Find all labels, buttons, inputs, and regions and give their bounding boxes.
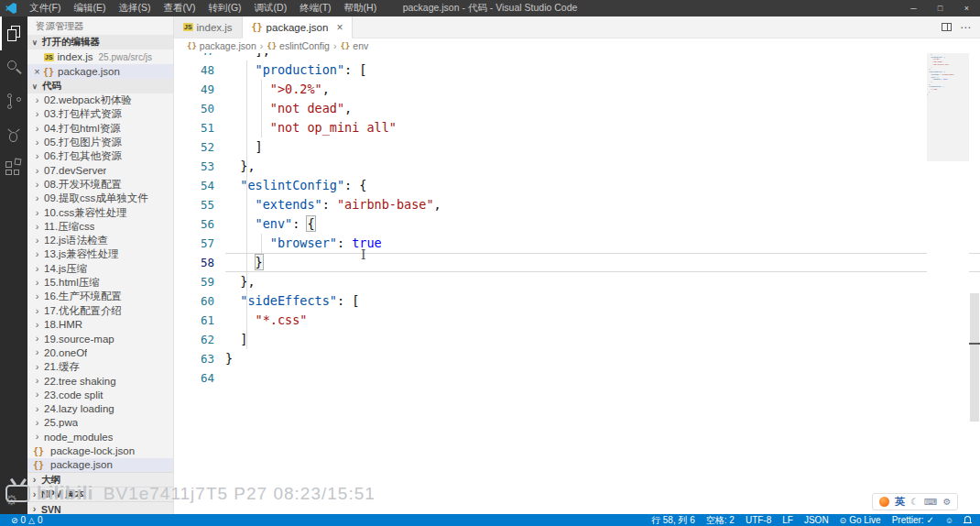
item-name: 07.devServer bbox=[44, 165, 106, 176]
activitybar-manage[interactable]: ⚙ bbox=[0, 487, 27, 514]
tab-index.js[interactable]: JSindex.js bbox=[174, 16, 243, 38]
tree-folder[interactable]: ›16.生产环境配置 bbox=[27, 290, 173, 303]
statusbar-encoding[interactable]: UTF-8 bbox=[740, 514, 777, 526]
tree-folder[interactable]: ›10.css兼容性处理 bbox=[27, 205, 173, 219]
code-line-text: "eslintConfig": { bbox=[225, 176, 980, 195]
close-icon[interactable]: × bbox=[336, 21, 343, 34]
tree-folder[interactable]: ›25.pwa bbox=[27, 416, 173, 430]
tree-folder[interactable]: ›03.打包样式资源 bbox=[27, 107, 173, 121]
code-token: } bbox=[256, 255, 263, 269]
tree-folder[interactable]: ›02.webpack初体验 bbox=[27, 93, 173, 107]
open-editor-item[interactable]: ×{}package.json bbox=[27, 64, 173, 79]
code-token: , bbox=[322, 82, 330, 96]
split-editor-icon[interactable] bbox=[942, 23, 952, 31]
code-editor[interactable]: 47 ],48 "production": [49 ">0.2%",50 "no… bbox=[174, 53, 980, 514]
open-editors-label: 打开的编辑器 bbox=[42, 36, 100, 49]
tree-folder[interactable]: ›17.优化配置介绍 bbox=[27, 303, 173, 317]
tree-folder[interactable]: ›05.打包图片资源 bbox=[27, 136, 173, 149]
vertical-scrollbar[interactable] bbox=[969, 53, 980, 514]
workspace-folder-header[interactable]: ∨ 代码 bbox=[27, 79, 173, 93]
problems-indicator[interactable]: ⊘0△0 bbox=[5, 514, 49, 526]
item-name: 25.pwa bbox=[44, 417, 78, 428]
menu-item[interactable]: 终端(T) bbox=[293, 0, 337, 16]
toolbox-icon[interactable]: ⚙ bbox=[942, 497, 951, 507]
line-number: 48 bbox=[174, 60, 225, 80]
maximize-button[interactable]: □ bbox=[927, 0, 953, 16]
tab-package.json[interactable]: {}package.json× bbox=[243, 16, 354, 38]
tree-file[interactable]: {}package-lock.json bbox=[27, 444, 173, 457]
menu-item[interactable]: 查看(V) bbox=[157, 0, 201, 16]
tree-folder[interactable]: ›18.HMR bbox=[27, 318, 173, 332]
sidebar-section[interactable]: ›NPM 脚本 bbox=[27, 487, 173, 501]
item-name: 24.lazy loading bbox=[44, 403, 114, 414]
scrollbar-thumb[interactable] bbox=[970, 293, 979, 422]
ime-toolbar[interactable]: 英 ☾ ⌨ ⚙ bbox=[872, 493, 958, 510]
code-token: : [ bbox=[344, 62, 366, 77]
tree-folder[interactable]: ›04.打包html资源 bbox=[27, 122, 173, 136]
activitybar-extensions[interactable] bbox=[0, 152, 27, 186]
code-token: "env" bbox=[256, 216, 293, 231]
tree-folder[interactable]: ›20.oneOf bbox=[27, 345, 173, 359]
statusbar-language-mode[interactable]: JSON bbox=[799, 514, 834, 526]
tree-folder[interactable]: ›06.打包其他资源 bbox=[27, 149, 173, 163]
menu-item[interactable]: 文件(F) bbox=[23, 0, 67, 16]
tree-folder[interactable]: ›13.js兼容性处理 bbox=[27, 247, 173, 261]
statusbar-notifications[interactable] bbox=[959, 514, 976, 526]
tree-folder[interactable]: ›08.开发环境配置 bbox=[27, 178, 173, 192]
breadcrumb-item[interactable]: {}env bbox=[340, 40, 368, 51]
menu-item[interactable]: 转到(G) bbox=[201, 0, 247, 16]
menu-item[interactable]: 选择(S) bbox=[112, 0, 157, 16]
tree-folder[interactable]: ›24.lazy loading bbox=[27, 402, 173, 416]
tree-folder[interactable]: ›19.source-map bbox=[27, 332, 173, 345]
tree-folder[interactable]: ›09.提取css成单独文件 bbox=[27, 192, 173, 205]
tree-folder[interactable]: ›15.html压缩 bbox=[27, 276, 173, 290]
open-editors-header[interactable]: ∨ 打开的编辑器 bbox=[27, 35, 173, 49]
activitybar-explorer[interactable] bbox=[0, 16, 27, 50]
code-line: 57 "browser": true bbox=[174, 234, 980, 253]
sidebar-section[interactable]: ›大纲 bbox=[27, 472, 173, 487]
tree-folder[interactable]: ›21.缓存 bbox=[27, 360, 173, 374]
tree-folder[interactable]: ›07.devServer bbox=[27, 163, 173, 177]
statusbar-eol[interactable]: LF bbox=[777, 514, 799, 526]
tree-file[interactable]: {}package.json bbox=[27, 458, 173, 472]
menu-item[interactable]: 调试(D) bbox=[248, 0, 294, 16]
breadcrumb-item[interactable]: {}package.json bbox=[187, 40, 256, 51]
sidebar-section[interactable]: ›SVN bbox=[27, 501, 173, 514]
activitybar-debug[interactable] bbox=[0, 118, 27, 152]
tree-folder[interactable]: ›14.js压缩 bbox=[27, 262, 173, 276]
statusbar-feedback[interactable]: ☺ bbox=[940, 514, 959, 526]
statusbar-cursor-position[interactable]: 行 58, 列 6 bbox=[646, 514, 701, 526]
tree-folder[interactable]: ›11.压缩css bbox=[27, 220, 173, 234]
moon-icon[interactable]: ☾ bbox=[910, 497, 919, 507]
tree-folder[interactable]: ›23.code split bbox=[27, 388, 173, 401]
statusbar-go-live[interactable]: ⊙Go Live bbox=[834, 514, 887, 526]
code-line-text: "extends": "airbnb-base", bbox=[225, 195, 980, 214]
breadcrumb-item[interactable]: {}eslintConfig bbox=[267, 40, 330, 51]
activitybar-source-control[interactable] bbox=[0, 84, 27, 118]
tree-folder[interactable]: ›22.tree shaking bbox=[27, 374, 173, 388]
tree-folder[interactable]: ›node_modules bbox=[27, 430, 173, 444]
item-name: 13.js兼容性处理 bbox=[44, 247, 119, 261]
code-line-text: "*.css" bbox=[225, 311, 980, 330]
close-icon[interactable]: × bbox=[31, 66, 43, 77]
ime-mode-indicator[interactable]: 英 bbox=[895, 495, 905, 509]
code-token: : bbox=[292, 216, 307, 231]
minimize-button[interactable]: ─ bbox=[900, 0, 927, 16]
menu-item[interactable]: 帮助(H) bbox=[338, 0, 384, 16]
menu-item[interactable]: 编辑(E) bbox=[67, 0, 112, 16]
close-button[interactable]: × bbox=[953, 0, 980, 16]
open-editor-item[interactable]: JSindex.js25.pwa/src/js bbox=[27, 49, 173, 64]
activitybar-search[interactable] bbox=[0, 50, 27, 84]
line-number: 60 bbox=[174, 291, 225, 311]
code-token bbox=[225, 178, 240, 192]
activity-bar-bottom: ⚙ bbox=[0, 487, 27, 514]
minimap[interactable]: ], "production": [ ">0.2%", "not dead", … bbox=[927, 53, 969, 514]
statusbar-prettier[interactable]: Prettier: ✓ bbox=[887, 514, 940, 526]
code-line-text: }, bbox=[225, 157, 980, 176]
tree-folder[interactable]: ›12.js语法检查 bbox=[27, 234, 173, 247]
statusbar-indentation[interactable]: 空格: 2 bbox=[701, 514, 740, 526]
code-line: 49 ">0.2%", bbox=[174, 80, 980, 99]
minimap-slider[interactable] bbox=[927, 53, 969, 161]
more-actions-icon[interactable]: ⋯ bbox=[960, 21, 971, 34]
keyboard-icon[interactable]: ⌨ bbox=[924, 497, 937, 507]
